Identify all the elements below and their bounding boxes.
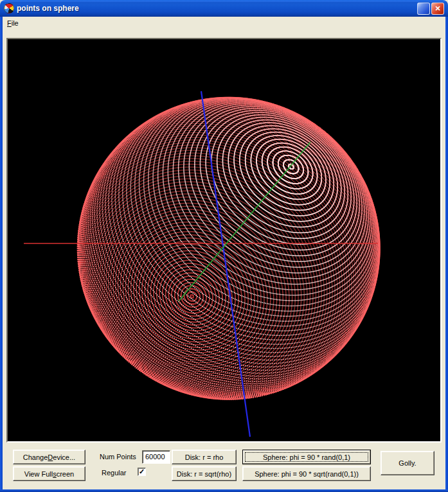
view-fullscreen-button[interactable]: View Fullscreen — [13, 466, 85, 481]
change-device-button[interactable]: Change Device... — [13, 450, 85, 464]
num-points-label: Num Points — [100, 453, 136, 461]
minimize-button[interactable]: _ — [417, 3, 430, 15]
num-points-input[interactable]: 60000 — [142, 450, 170, 464]
close-button[interactable]: ✕ — [431, 3, 444, 15]
window-frame-bottom — [0, 489, 448, 492]
window-frame-left — [0, 17, 3, 492]
minimize-icon: _ — [422, 6, 426, 15]
close-icon: ✕ — [435, 4, 440, 13]
window-controls: _ ✕ — [417, 3, 444, 15]
window-frame-right — [445, 17, 448, 492]
app-window: points on sphere _ ✕ File Change Device.… — [0, 0, 448, 492]
menubar: File — [3, 17, 445, 29]
render-canvas[interactable] — [8, 39, 440, 441]
app-icon — [4, 3, 14, 13]
disk-rho-button[interactable]: Disk: r = rho — [172, 450, 237, 464]
render-viewport — [6, 38, 442, 443]
sphere-rand-button[interactable]: Sphere: phi = 90 * rand(0,1) — [242, 450, 371, 464]
golly-button[interactable]: Golly. — [381, 451, 435, 475]
disk-sqrt-button[interactable]: Disk: r = sqrt(rho) — [172, 466, 237, 481]
titlebar: points on sphere _ ✕ — [0, 0, 448, 17]
regular-label: Regular — [102, 469, 127, 477]
window-title: points on sphere — [17, 4, 79, 13]
sphere-sqrt-button[interactable]: Sphere: phi = 90 * sqrt(rand(0,1)) — [242, 466, 371, 481]
menu-item-file[interactable]: File — [3, 18, 23, 28]
regular-checkbox[interactable]: ✓ — [138, 468, 146, 476]
